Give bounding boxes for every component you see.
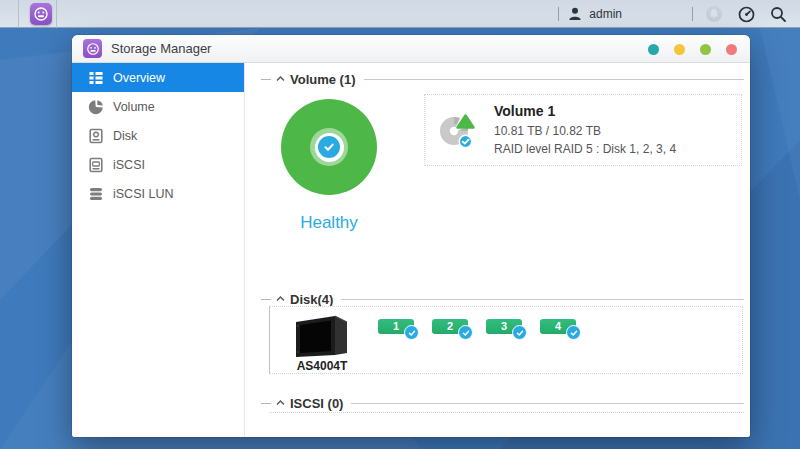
volume-card[interactable]: Volume 1 10.81 TB / 10.82 TB RAID level … <box>424 94 742 166</box>
iscsi-icon <box>88 157 104 173</box>
disk-ok-check-icon <box>458 325 473 340</box>
window-dot-red[interactable] <box>726 44 737 55</box>
section-rule <box>341 299 744 300</box>
volume-icon <box>88 99 104 115</box>
sidebar-item-label: iSCSI LUN <box>113 187 173 201</box>
overview-icon <box>88 70 104 86</box>
iscsi-section-header: ISCSI (0) <box>261 395 744 411</box>
sidebar-item-disk[interactable]: Disk <box>72 121 244 150</box>
sidebar-item-volume[interactable]: Volume <box>72 92 244 121</box>
sidebar-item-overview[interactable]: Overview <box>72 63 244 92</box>
section-rule <box>364 79 745 80</box>
volume-capacity: 10.81 TB / 10.82 TB <box>494 122 676 140</box>
taskbar-divider <box>558 7 559 21</box>
disk-bay-1[interactable]: 1 <box>378 319 430 345</box>
sidebar: Overview Volume <box>72 63 245 437</box>
nas-model-label: AS4004T <box>282 359 362 373</box>
taskbar-divider <box>692 7 693 21</box>
logged-in-user[interactable]: admin <box>589 7 622 21</box>
sidebar-item-label: Volume <box>113 100 155 114</box>
window-dot-yellow[interactable] <box>674 44 685 55</box>
volume-health-indicator <box>281 99 377 195</box>
disk-panel: AS4004T 1 2 3 <box>269 306 743 374</box>
window-titlebar[interactable]: Storage Manager <box>72 35 750 63</box>
section-dash <box>261 403 271 404</box>
window-dot-green[interactable] <box>700 44 711 55</box>
disk-ok-check-icon <box>512 325 527 340</box>
iscsi-section-title: ISCSI (0) <box>290 396 343 411</box>
disk-bay-2[interactable]: 2 <box>432 319 484 345</box>
volume-raid-info: RAID level RAID 5 : Disk 1, 2, 3, 4 <box>494 140 676 158</box>
search-icon[interactable] <box>769 5 788 24</box>
storage-manager-window-icon <box>83 39 102 58</box>
collapse-caret-icon[interactable] <box>276 296 285 302</box>
section-dash <box>261 79 271 80</box>
window-dot-teal[interactable] <box>648 44 659 55</box>
sidebar-item-iscsi-lun[interactable]: iSCSI LUN <box>72 179 244 208</box>
volume-section-header: Volume (1) <box>261 71 744 87</box>
volume-disc-icon <box>438 110 478 150</box>
disk-icon <box>88 128 104 144</box>
health-check-icon <box>318 136 340 158</box>
storage-manager-taskbar-icon[interactable] <box>30 3 52 25</box>
nas-device-image <box>291 310 353 358</box>
disk-ok-check-icon <box>404 325 419 340</box>
section-rule <box>351 403 744 404</box>
collapse-caret-icon[interactable] <box>276 400 285 406</box>
volume-section-title: Volume (1) <box>290 72 356 87</box>
taskbar-separator <box>18 0 19 28</box>
storage-manager-window: Storage Manager <box>72 35 750 437</box>
sidebar-item-iscsi[interactable]: iSCSI <box>72 150 244 179</box>
disk-bay-4[interactable]: 4 <box>540 319 592 345</box>
health-ring <box>310 128 348 166</box>
iscsi-empty-rule <box>269 412 744 413</box>
overview-panel: Volume (1) Healthy <box>245 63 750 437</box>
storage-manager-glyph <box>33 6 49 22</box>
volume-status-label: Healthy <box>266 213 392 233</box>
sidebar-item-label: Disk <box>113 129 137 143</box>
desktop: admin <box>0 0 800 449</box>
window-title: Storage Manager <box>111 41 211 56</box>
sidebar-item-label: iSCSI <box>113 158 145 172</box>
disk-section-title: Disk(4) <box>290 292 333 307</box>
iscsi-lun-icon <box>88 186 104 202</box>
disk-bay-3[interactable]: 3 <box>486 319 538 345</box>
collapse-caret-icon[interactable] <box>276 76 285 82</box>
system-monitor-gauge-icon[interactable] <box>737 5 756 24</box>
taskbar: admin <box>0 0 800 28</box>
notifications-bell-icon[interactable] <box>704 4 724 24</box>
disk-section-header: Disk(4) <box>261 291 744 307</box>
sidebar-item-label: Overview <box>113 71 165 85</box>
disk-ok-check-icon <box>566 325 581 340</box>
user-icon <box>567 6 583 22</box>
taskbar-separator <box>56 0 57 28</box>
section-dash <box>261 299 271 300</box>
volume-name: Volume 1 <box>494 103 676 119</box>
